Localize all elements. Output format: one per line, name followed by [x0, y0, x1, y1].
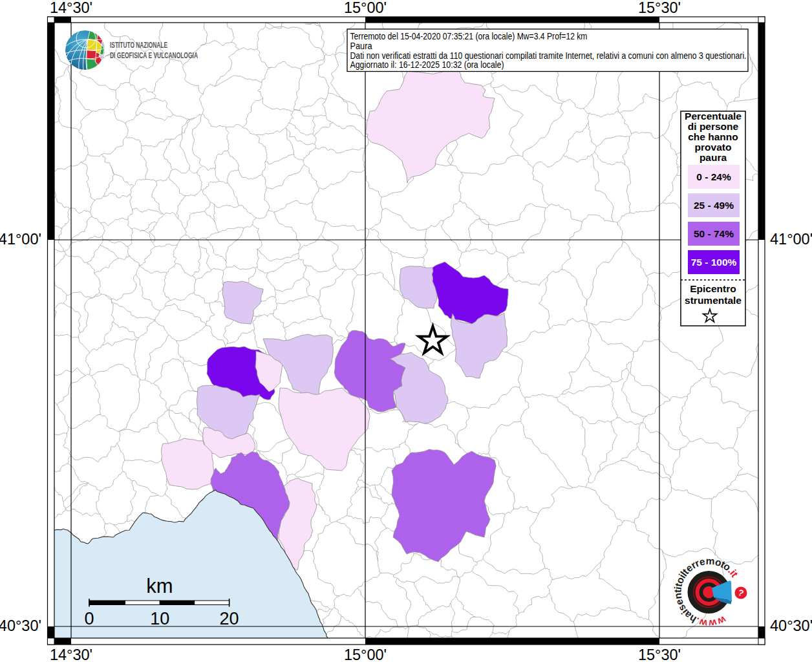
svg-text:che hanno: che hanno — [688, 131, 738, 142]
svg-text:0: 0 — [84, 609, 94, 628]
svg-text:41°00': 41°00' — [0, 231, 41, 248]
svg-text:75 - 100%: 75 - 100% — [691, 257, 737, 268]
svg-text:14°30': 14°30' — [50, 0, 92, 16]
svg-text:Paura: Paura — [350, 41, 372, 51]
svg-text:25 - 49%: 25 - 49% — [694, 200, 734, 211]
svg-text:Percentuale: Percentuale — [685, 111, 742, 122]
svg-text:m: m — [705, 555, 715, 567]
svg-text:Epicentro: Epicentro — [690, 283, 736, 294]
svg-text:15°00': 15°00' — [344, 646, 387, 662]
svg-text:0 - 24%: 0 - 24% — [696, 171, 731, 182]
svg-text:km: km — [146, 575, 173, 597]
svg-text:50 - 74%: 50 - 74% — [694, 228, 734, 239]
svg-text:strumentale: strumentale — [685, 295, 742, 306]
svg-text:15°30': 15°30' — [638, 0, 681, 16]
svg-text:di persone: di persone — [688, 121, 739, 132]
svg-text:14°30': 14°30' — [50, 646, 92, 662]
svg-text:paura: paura — [700, 152, 727, 163]
svg-text:Dati non verificati estratti d: Dati non verificati estratti da 110 ques… — [350, 50, 747, 61]
svg-text:DI GEOFISICA E VULCANOLOGIA: DI GEOFISICA E VULCANOLOGIA — [110, 50, 198, 60]
svg-text:20: 20 — [220, 609, 239, 628]
svg-text:15°30': 15°30' — [638, 646, 681, 662]
svg-text:provato: provato — [695, 142, 732, 153]
svg-text:40°30': 40°30' — [770, 617, 812, 634]
svg-text:41°00': 41°00' — [770, 231, 812, 248]
svg-text:15°00': 15°00' — [344, 0, 387, 16]
svg-text:40°30': 40°30' — [0, 617, 41, 634]
svg-text:10: 10 — [150, 609, 169, 628]
svg-text:Aggiornato il: 16-12-2025 10:3: Aggiornato il: 16-12-2025 10:32 (ora loc… — [350, 59, 504, 70]
svg-text:Terremoto del 15-04-2020 07:35: Terremoto del 15-04-2020 07:35:21 (ora l… — [350, 31, 588, 41]
svg-text:ISTITUTO NAZIONALE: ISTITUTO NAZIONALE — [110, 40, 167, 50]
